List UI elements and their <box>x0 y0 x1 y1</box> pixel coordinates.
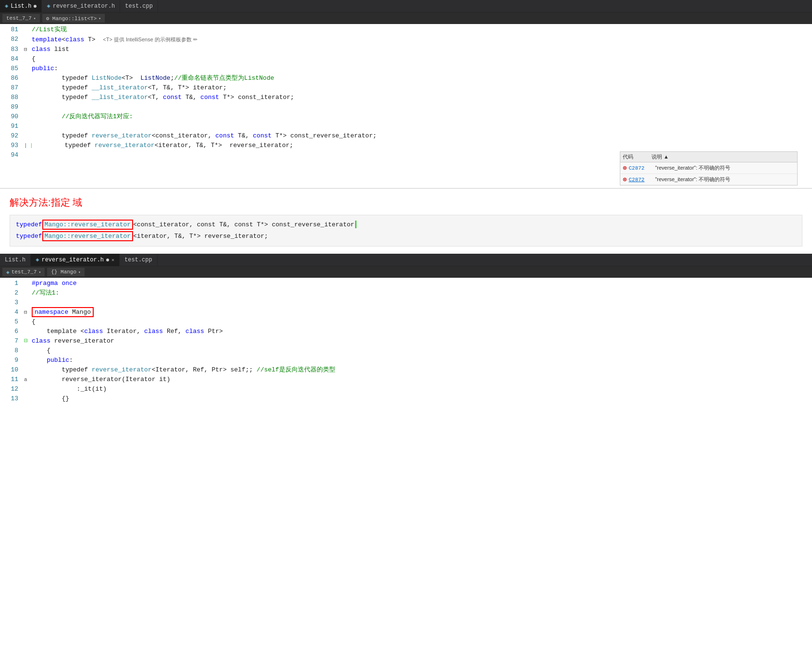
line-num2-12: 12 <box>0 384 24 394</box>
code-line2-5: 5 { <box>0 317 812 327</box>
line-num-93: 93 <box>0 141 24 150</box>
sol-suffix-2: <iterator, T&, T*> reverse_iterator; <box>133 233 268 240</box>
tab-test-cpp-label: test.cpp <box>125 3 153 10</box>
tab-bar-1: ◈ List.h ◈ reverse_iterator.h test.cpp <box>0 0 812 12</box>
line-content-81: //List实现 <box>30 25 812 35</box>
error-icon-2: ⊗ <box>623 175 627 184</box>
line-num2-11: 11 <box>0 375 24 384</box>
nav-bar-2: ◈ test_7_7 ▾ {} Mango ▾ <box>0 266 812 278</box>
code-line2-4: 4 ⊟ namespace Mango <box>0 308 812 317</box>
line-content2-11: reverse_iterator(Iterator it) <box>30 375 812 384</box>
tab-reverse-h-icon: ◈ <box>47 2 50 10</box>
tab2-reverse-iterator-h[interactable]: ◈ reverse_iterator.h ✕ <box>31 254 120 266</box>
code-line2-13: 13 {} <box>0 394 812 404</box>
line-num2-2: 2 <box>0 288 24 298</box>
tab-list-h[interactable]: ◈ List.h <box>0 0 42 12</box>
line-content2-8: { <box>30 346 812 356</box>
editor-pane-2: 1 #pragma once 2 //写法1: 3 4 ⊟ namespace … <box>0 278 812 405</box>
line-content2-12: :_it(it) <box>30 384 812 394</box>
nav2-class-dropdown[interactable]: {} Mango ▾ <box>47 268 85 276</box>
code-area-1: 81 //List实现 82 template<class T> <T> 提供 … <box>0 24 812 161</box>
sol-highlight-2: Mango::reverse_iterator <box>42 231 133 241</box>
sol-typedef-2: typedef <box>16 233 42 240</box>
error-col-desc: 说明 ▲ <box>652 153 669 160</box>
tab2-test-label: test.cpp <box>124 257 152 263</box>
line-num-83: 83 <box>0 45 24 54</box>
code-line-86: 86 typedef ListNode<T> ListNode;//重命名链表节… <box>0 74 812 83</box>
sol-highlight-1: Mango::reverse_iterator <box>42 220 133 230</box>
line-content2-2: //写法1: <box>30 288 812 298</box>
nav2-scope-dropdown[interactable]: ◈ test_7_7 ▾ <box>2 268 45 276</box>
line-num2-5: 5 <box>0 317 24 327</box>
tab2-rev-dot <box>106 259 109 261</box>
line-ind-93: | <box>24 141 30 150</box>
error-code-1: C2872 <box>628 165 655 171</box>
code-line-84: 84 { <box>0 54 812 64</box>
nav-scope-arrow: ▾ <box>34 16 36 21</box>
error-panel-header: 代码 说明 ▲ <box>620 152 797 162</box>
tab2-rev-label: reverse_iterator.h <box>41 257 104 263</box>
line-num-85: 85 <box>0 64 24 74</box>
error-msg-1: "reverse_iterator": 不明确的符号 <box>655 164 730 172</box>
solution-title: 解决方法:指定 域 <box>10 196 802 209</box>
tab-list-h-label: List.h <box>11 3 31 10</box>
line-ind2-4: ⊟ <box>24 308 30 317</box>
solution-line-2: typedef Mango::reverse_iterator <iterato… <box>16 231 796 241</box>
line-content-84: { <box>30 54 812 64</box>
tab-list-h-dot <box>34 5 37 8</box>
code-line-81: 81 //List实现 <box>0 25 812 35</box>
line-content-88: typedef __list_iterator<T, const T&, con… <box>30 93 812 102</box>
line-num-94: 94 <box>0 150 24 160</box>
editor-pane-1: 81 //List实现 82 template<class T> <T> 提供 … <box>0 24 812 189</box>
nav2-class-arrow: ▾ <box>78 270 81 274</box>
tab2-test-cpp[interactable]: test.cpp <box>120 254 158 266</box>
nav-class-arrow: ▾ <box>98 16 101 21</box>
code-line-89: 89 <box>0 102 812 112</box>
tab2-rev-icon: ◈ <box>36 256 39 263</box>
error-icon-1: ⊗ <box>623 164 627 172</box>
nav-class-dropdown[interactable]: ⚙ Mango::list<T> ▾ <box>42 14 105 23</box>
error-row-2: ⊗ C2872 "reverse_iterator": 不明确的符号 <box>620 174 797 185</box>
line-content2-10: typedef reverse_iterator<Iterator, Ref, … <box>30 365 812 375</box>
code-line2-8: 8 { <box>0 346 812 356</box>
line-content2-6: template <class Iterator, class Ref, cla… <box>30 327 812 336</box>
sol-typedef-1: typedef <box>16 221 42 228</box>
code-line2-1: 1 #pragma once <box>0 279 812 288</box>
tab2-rev-close[interactable]: ✕ <box>111 257 114 263</box>
line-num2-3: 3 <box>0 298 24 308</box>
error-panel: 代码 说明 ▲ ⊗ C2872 "reverse_iterator": 不明确的… <box>620 151 798 185</box>
line-content-93: typedef reverse_iterator<iterator, T&, T… <box>33 141 812 150</box>
line-num2-4: 4 <box>0 308 24 317</box>
line-num2-6: 6 <box>0 327 24 336</box>
tab2-list-h[interactable]: List.h <box>0 254 31 266</box>
nav-bar-1: test_7_7 ▾ ⚙ Mango::list<T> ▾ <box>0 12 812 24</box>
line-num-92: 92 <box>0 131 24 141</box>
code-line-90: 90 //反向迭代器写法1对应: <box>0 112 812 122</box>
line-num2-8: 8 <box>0 346 24 356</box>
line-num-84: 84 <box>0 54 24 64</box>
line-ind2-7: ⊟ <box>24 336 30 346</box>
line-ind-83: ⊟ <box>24 45 30 54</box>
nav2-scope-arrow: ▾ <box>38 270 41 274</box>
tab-reverse-iterator-h[interactable]: ◈ reverse_iterator.h <box>42 0 120 12</box>
code-line-83: 83 ⊟ class list <box>0 45 812 54</box>
nav2-class-label: {} Mango <box>51 269 76 275</box>
line-content2-13: {} <box>30 394 812 404</box>
line-num-86: 86 <box>0 74 24 83</box>
line-content2-7: class reverse_iterator <box>30 336 812 346</box>
nav-scope-dropdown[interactable]: test_7_7 ▾ <box>2 14 40 23</box>
tab-test-cpp[interactable]: test.cpp <box>120 0 158 12</box>
code-line-87: 87 typedef __list_iterator<T, T&, T*> it… <box>0 83 812 93</box>
line-content2-1: #pragma once <box>30 279 812 288</box>
code-line-82: 82 template<class T> <T> 提供 IntelliSense… <box>0 35 812 45</box>
line-content-87: typedef __list_iterator<T, T&, T*> itera… <box>30 83 812 93</box>
code-line-93: 93 | | typedef reverse_iterator<iterator… <box>0 141 812 150</box>
line-num-87: 87 <box>0 83 24 93</box>
line-num2-10: 10 <box>0 365 24 375</box>
error-code-2: C2872 <box>628 177 655 183</box>
line-ind2-11: a <box>24 375 30 384</box>
nav2-scope-label: test_7_7 <box>12 269 37 275</box>
cursor-1 <box>355 221 357 228</box>
solution-section: 解决方法:指定 域 typedef Mango::reverse_iterato… <box>0 189 812 254</box>
nav-scope-label: test_7_7 <box>6 15 32 21</box>
